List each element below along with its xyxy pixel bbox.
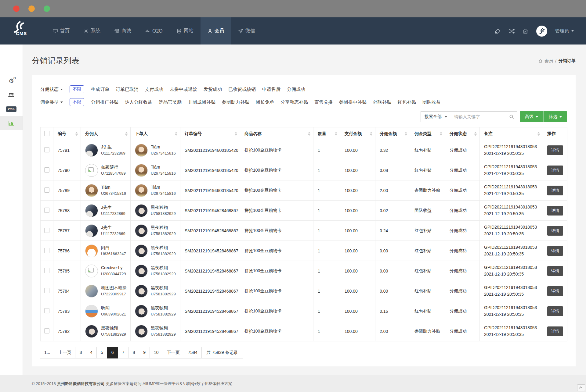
column-header[interactable]: 支付金额 bbox=[340, 127, 375, 140]
filter-option[interactable]: 未拼中或退款 bbox=[170, 87, 197, 92]
pagination-item[interactable]: 上一页 bbox=[54, 347, 75, 358]
column-header[interactable]: 佣金类型 bbox=[410, 127, 445, 140]
pagination-item[interactable]: 下一页 bbox=[163, 347, 184, 358]
sort-icon[interactable] bbox=[405, 132, 407, 136]
sort-icon[interactable] bbox=[335, 132, 337, 136]
row-checkbox[interactable] bbox=[44, 208, 49, 213]
sort-icon[interactable] bbox=[175, 132, 177, 136]
detail-button[interactable]: 详情 bbox=[547, 266, 563, 276]
filter-option[interactable]: 外联补贴 bbox=[373, 99, 391, 105]
filter-chip-all-type[interactable]: 不限 bbox=[70, 98, 84, 106]
pagination-item[interactable]: 6 bbox=[107, 347, 118, 358]
row-checkbox[interactable] bbox=[44, 228, 49, 233]
detail-button[interactable]: 详情 bbox=[547, 306, 563, 316]
nav-item-mall[interactable]: 商城 bbox=[107, 17, 138, 45]
filter-option[interactable]: 发货成功 bbox=[204, 87, 222, 92]
filter-option[interactable]: 支付成功 bbox=[145, 87, 163, 92]
filter-option[interactable]: 生成订单 bbox=[91, 87, 109, 92]
pagination-item[interactable]: 3 bbox=[75, 347, 86, 358]
nav-item-wechat[interactable]: 微信 bbox=[231, 17, 262, 45]
home-icon[interactable] bbox=[523, 28, 528, 34]
detail-button[interactable]: 详情 bbox=[547, 166, 563, 175]
search-scope-select[interactable]: 搜索全部 bbox=[421, 112, 451, 122]
filter-button[interactable]: 筛选 bbox=[544, 111, 567, 122]
pagination-item[interactable]: 5 bbox=[96, 347, 107, 358]
detail-button[interactable]: 详情 bbox=[547, 226, 563, 236]
sort-icon[interactable] bbox=[474, 132, 477, 136]
window-zoom-button[interactable] bbox=[44, 5, 50, 12]
clean-cache-icon[interactable] bbox=[494, 28, 501, 34]
filter-option[interactable]: 参团拼中补贴 bbox=[339, 99, 367, 105]
filter-option[interactable]: 申请售后 bbox=[262, 87, 280, 92]
sort-icon[interactable] bbox=[537, 132, 540, 136]
user-avatar[interactable] bbox=[536, 26, 547, 37]
row-checkbox[interactable] bbox=[44, 308, 49, 313]
pagination-item[interactable]: 7584 bbox=[184, 347, 202, 358]
filter-option[interactable]: 已收货或核销 bbox=[228, 87, 256, 92]
sort-icon[interactable] bbox=[235, 132, 237, 136]
column-header[interactable]: 订单编号 bbox=[180, 127, 240, 140]
column-header[interactable]: 数量 bbox=[313, 127, 340, 140]
sidebar-item-payment[interactable]: VISA bbox=[0, 102, 23, 116]
search-icon[interactable] bbox=[509, 114, 514, 119]
detail-button[interactable]: 详情 bbox=[547, 206, 563, 216]
pagination-item[interactable]: 4 bbox=[86, 347, 97, 358]
detail-button[interactable]: 详情 bbox=[547, 326, 563, 336]
detail-button[interactable]: 详情 bbox=[547, 246, 563, 256]
detail-button[interactable]: 详情 bbox=[547, 145, 563, 155]
sidebar-item-statistics[interactable] bbox=[0, 116, 23, 130]
filter-option[interactable]: 团队收益 bbox=[422, 99, 441, 105]
column-header[interactable]: 操作 bbox=[543, 127, 567, 140]
shuffle-icon[interactable] bbox=[508, 28, 515, 34]
filter-option[interactable]: 分佣成功 bbox=[287, 87, 305, 92]
detail-button[interactable]: 详情 bbox=[547, 186, 563, 195]
row-checkbox[interactable] bbox=[44, 167, 49, 173]
search-input[interactable] bbox=[451, 112, 509, 122]
nav-item-system[interactable]: 系统 bbox=[77, 17, 107, 45]
detail-button[interactable]: 详情 bbox=[547, 286, 563, 296]
filter-option[interactable]: 选品官奖励 bbox=[159, 99, 182, 105]
column-header[interactable]: 分佣人 bbox=[81, 127, 131, 140]
column-header[interactable]: 下单人 bbox=[131, 127, 180, 140]
filter-option[interactable]: 寄售兑换 bbox=[314, 99, 333, 105]
filter-option[interactable]: 达人分红收益 bbox=[125, 99, 152, 105]
pagination-item[interactable]: 7 bbox=[118, 347, 129, 358]
nav-item-home[interactable]: 首页 bbox=[46, 17, 77, 45]
sidebar-item-settings[interactable]: ⚙ bbox=[0, 74, 23, 88]
row-checkbox[interactable] bbox=[44, 328, 49, 333]
sort-icon[interactable] bbox=[370, 132, 372, 136]
sort-icon[interactable] bbox=[125, 132, 128, 136]
nav-item-o2o[interactable]: O2O bbox=[138, 17, 170, 45]
window-close-button[interactable] bbox=[13, 5, 20, 12]
filter-option[interactable]: 分享动态补贴 bbox=[280, 99, 308, 105]
filter-option[interactable]: 团长免单 bbox=[256, 99, 274, 105]
row-checkbox[interactable] bbox=[44, 268, 49, 273]
filter-option[interactable]: 参团助力补贴 bbox=[222, 99, 249, 105]
advanced-button[interactable]: 高级 bbox=[520, 111, 544, 122]
nav-item-member[interactable]: 会员 bbox=[201, 17, 231, 45]
sidebar-item-members[interactable] bbox=[0, 88, 23, 102]
filter-label-type[interactable]: 佣金类型 bbox=[40, 99, 70, 105]
filter-option[interactable]: 分销推广补贴 bbox=[91, 99, 118, 105]
filter-option[interactable]: 订单已取消 bbox=[116, 87, 139, 92]
row-checkbox[interactable] bbox=[44, 288, 49, 293]
filter-option[interactable]: 红包补贴 bbox=[398, 99, 416, 105]
column-header[interactable]: 分佣金额 bbox=[375, 127, 410, 140]
row-checkbox[interactable] bbox=[44, 147, 49, 152]
filter-chip-all-status[interactable]: 不限 bbox=[70, 85, 84, 93]
row-checkbox[interactable] bbox=[44, 187, 49, 193]
pagination-item[interactable]: 9 bbox=[139, 347, 150, 358]
window-minimize-button[interactable] bbox=[28, 5, 35, 12]
filter-label-status[interactable]: 分佣状态 bbox=[40, 87, 70, 92]
column-header[interactable]: 商品名称 bbox=[240, 127, 313, 140]
select-all-checkbox[interactable] bbox=[44, 131, 49, 136]
pagination-item[interactable]: 8 bbox=[128, 347, 139, 358]
filter-option[interactable]: 开团成团补贴 bbox=[188, 99, 215, 105]
pagination-item[interactable]: 10 bbox=[150, 347, 163, 358]
user-menu[interactable]: 管理员 bbox=[555, 28, 574, 34]
column-header[interactable]: 编号 bbox=[53, 127, 81, 140]
scroll-to-top-button[interactable] bbox=[577, 384, 585, 391]
sort-icon[interactable] bbox=[308, 132, 310, 136]
pagination-item[interactable]: 1... bbox=[40, 347, 54, 358]
brand-logo[interactable]: CMS bbox=[0, 17, 46, 45]
